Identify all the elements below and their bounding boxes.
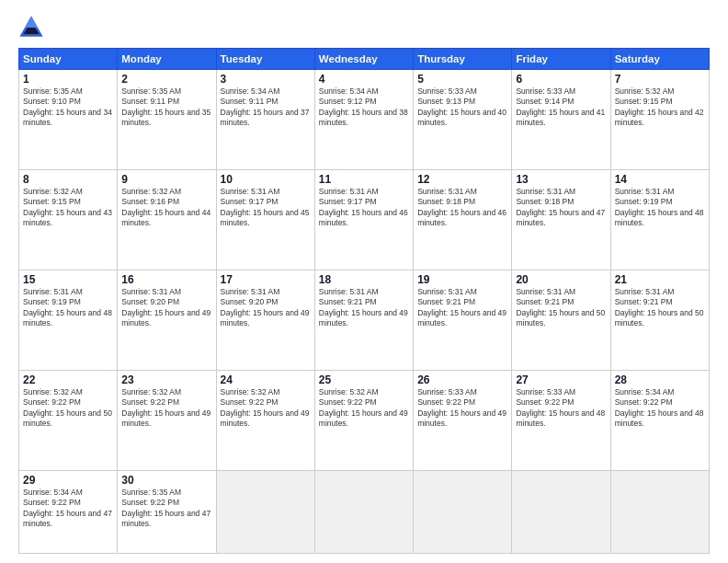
cell-w4-d0: 29Sunrise: 5:34 AMSunset: 9:22 PMDayligh… — [19, 470, 118, 553]
cell-w3-d5: 27Sunrise: 5:33 AMSunset: 9:22 PMDayligh… — [512, 370, 610, 470]
cell-w0-d6: 7Sunrise: 5:32 AMSunset: 9:15 PMDaylight… — [610, 70, 709, 170]
day-info: Sunrise: 5:31 AMSunset: 9:19 PMDaylight:… — [23, 287, 113, 329]
cell-w0-d1: 2Sunrise: 5:35 AMSunset: 9:11 PMDaylight… — [118, 70, 216, 170]
col-friday: Friday — [512, 49, 610, 70]
cell-w1-d1: 9Sunrise: 5:32 AMSunset: 9:16 PMDaylight… — [118, 169, 216, 270]
cell-w0-d5: 6Sunrise: 5:33 AMSunset: 9:14 PMDaylight… — [512, 70, 610, 170]
day-number: 10 — [221, 173, 311, 186]
cell-w3-d6: 28Sunrise: 5:34 AMSunset: 9:22 PMDayligh… — [610, 370, 709, 470]
col-sunday: Sunday — [19, 49, 118, 70]
cell-w2-d6: 21Sunrise: 5:31 AMSunset: 9:21 PMDayligh… — [610, 270, 709, 370]
day-info: Sunrise: 5:32 AMSunset: 9:22 PMDaylight:… — [23, 387, 113, 430]
col-tuesday: Tuesday — [216, 49, 314, 70]
day-number: 2 — [121, 73, 211, 86]
day-info: Sunrise: 5:31 AMSunset: 9:21 PMDaylight:… — [615, 287, 705, 329]
week-row-3: 22Sunrise: 5:32 AMSunset: 9:22 PMDayligh… — [19, 370, 710, 470]
day-number: 14 — [615, 173, 705, 186]
week-row-0: 1Sunrise: 5:35 AMSunset: 9:10 PMDaylight… — [19, 70, 710, 170]
calendar-header-row: SundayMondayTuesdayWednesdayThursdayFrid… — [19, 49, 710, 70]
cell-w2-d5: 20Sunrise: 5:31 AMSunset: 9:21 PMDayligh… — [512, 270, 610, 370]
cell-w2-d1: 16Sunrise: 5:31 AMSunset: 9:20 PMDayligh… — [118, 270, 216, 370]
cell-w3-d2: 24Sunrise: 5:32 AMSunset: 9:22 PMDayligh… — [216, 370, 314, 470]
day-info: Sunrise: 5:31 AMSunset: 9:18 PMDaylight:… — [516, 187, 606, 229]
day-info: Sunrise: 5:35 AMSunset: 9:10 PMDaylight:… — [23, 86, 113, 129]
day-number: 20 — [516, 273, 606, 286]
cell-w3-d3: 25Sunrise: 5:32 AMSunset: 9:22 PMDayligh… — [314, 370, 413, 470]
week-row-4: 29Sunrise: 5:34 AMSunset: 9:22 PMDayligh… — [19, 470, 710, 553]
day-number: 24 — [221, 373, 311, 386]
week-row-1: 8Sunrise: 5:32 AMSunset: 9:15 PMDaylight… — [19, 169, 710, 270]
cell-w4-d1: 30Sunrise: 5:35 AMSunset: 9:22 PMDayligh… — [118, 470, 216, 553]
day-info: Sunrise: 5:34 AMSunset: 9:12 PMDaylight:… — [319, 86, 409, 129]
cell-w1-d3: 11Sunrise: 5:31 AMSunset: 9:17 PMDayligh… — [314, 169, 413, 270]
cell-w0-d4: 5Sunrise: 5:33 AMSunset: 9:13 PMDaylight… — [414, 70, 512, 170]
day-info: Sunrise: 5:31 AMSunset: 9:21 PMDaylight:… — [417, 287, 507, 329]
cell-w2-d2: 17Sunrise: 5:31 AMSunset: 9:20 PMDayligh… — [216, 270, 314, 370]
logo — [18, 15, 48, 40]
header — [18, 15, 710, 40]
cell-w3-d1: 23Sunrise: 5:32 AMSunset: 9:22 PMDayligh… — [118, 370, 216, 470]
day-number: 23 — [121, 373, 211, 386]
page: SundayMondayTuesdayWednesdayThursdayFrid… — [0, 0, 728, 563]
cell-w4-d2 — [216, 470, 314, 553]
day-number: 21 — [615, 273, 705, 286]
day-info: Sunrise: 5:33 AMSunset: 9:14 PMDaylight:… — [516, 86, 606, 129]
day-info: Sunrise: 5:31 AMSunset: 9:18 PMDaylight:… — [417, 187, 507, 229]
day-info: Sunrise: 5:34 AMSunset: 9:22 PMDaylight:… — [23, 488, 113, 530]
day-info: Sunrise: 5:32 AMSunset: 9:22 PMDaylight:… — [221, 387, 311, 430]
day-number: 30 — [121, 474, 211, 487]
cell-w3-d4: 26Sunrise: 5:33 AMSunset: 9:22 PMDayligh… — [414, 370, 512, 470]
cell-w2-d3: 18Sunrise: 5:31 AMSunset: 9:21 PMDayligh… — [314, 270, 413, 370]
cell-w0-d2: 3Sunrise: 5:34 AMSunset: 9:11 PMDaylight… — [216, 70, 314, 170]
day-number: 15 — [23, 273, 113, 286]
cell-w1-d2: 10Sunrise: 5:31 AMSunset: 9:17 PMDayligh… — [216, 169, 314, 270]
day-number: 9 — [121, 173, 211, 186]
col-wednesday: Wednesday — [314, 49, 413, 70]
day-info: Sunrise: 5:31 AMSunset: 9:19 PMDaylight:… — [615, 187, 705, 229]
week-row-2: 15Sunrise: 5:31 AMSunset: 9:19 PMDayligh… — [19, 270, 710, 370]
day-number: 1 — [23, 73, 113, 86]
day-number: 11 — [319, 173, 409, 186]
day-number: 4 — [319, 73, 409, 86]
cell-w0-d0: 1Sunrise: 5:35 AMSunset: 9:10 PMDaylight… — [19, 70, 118, 170]
logo-icon — [18, 15, 44, 40]
cell-w4-d3 — [314, 470, 413, 553]
day-number: 25 — [319, 373, 409, 386]
day-info: Sunrise: 5:33 AMSunset: 9:13 PMDaylight:… — [417, 86, 507, 129]
cell-w1-d5: 13Sunrise: 5:31 AMSunset: 9:18 PMDayligh… — [512, 169, 610, 270]
day-info: Sunrise: 5:34 AMSunset: 9:22 PMDaylight:… — [615, 387, 705, 430]
day-number: 8 — [23, 173, 113, 186]
day-number: 22 — [23, 373, 113, 386]
day-number: 7 — [615, 73, 705, 86]
day-info: Sunrise: 5:35 AMSunset: 9:22 PMDaylight:… — [121, 488, 211, 530]
calendar-body: 1Sunrise: 5:35 AMSunset: 9:10 PMDaylight… — [19, 70, 710, 554]
day-number: 16 — [121, 273, 211, 286]
day-info: Sunrise: 5:32 AMSunset: 9:22 PMDaylight:… — [121, 387, 211, 430]
day-number: 18 — [319, 273, 409, 286]
col-saturday: Saturday — [610, 49, 709, 70]
day-number: 17 — [221, 273, 311, 286]
day-number: 29 — [23, 474, 113, 487]
day-number: 28 — [615, 373, 705, 386]
day-number: 19 — [417, 273, 507, 286]
day-number: 27 — [516, 373, 606, 386]
day-info: Sunrise: 5:31 AMSunset: 9:17 PMDaylight:… — [221, 187, 311, 229]
day-info: Sunrise: 5:31 AMSunset: 9:17 PMDaylight:… — [319, 187, 409, 229]
calendar-table: SundayMondayTuesdayWednesdayThursdayFrid… — [18, 48, 710, 554]
col-monday: Monday — [118, 49, 216, 70]
cell-w2-d0: 15Sunrise: 5:31 AMSunset: 9:19 PMDayligh… — [19, 270, 118, 370]
day-number: 5 — [417, 73, 507, 86]
day-number: 3 — [221, 73, 311, 86]
cell-w2-d4: 19Sunrise: 5:31 AMSunset: 9:21 PMDayligh… — [414, 270, 512, 370]
day-info: Sunrise: 5:32 AMSunset: 9:15 PMDaylight:… — [23, 187, 113, 229]
day-number: 13 — [516, 173, 606, 186]
cell-w1-d0: 8Sunrise: 5:32 AMSunset: 9:15 PMDaylight… — [19, 169, 118, 270]
day-info: Sunrise: 5:31 AMSunset: 9:20 PMDaylight:… — [121, 287, 211, 329]
cell-w4-d6 — [610, 470, 709, 553]
day-number: 6 — [516, 73, 606, 86]
svg-marker-2 — [25, 16, 38, 28]
day-info: Sunrise: 5:31 AMSunset: 9:21 PMDaylight:… — [319, 287, 409, 329]
cell-w1-d6: 14Sunrise: 5:31 AMSunset: 9:19 PMDayligh… — [610, 169, 709, 270]
day-number: 12 — [417, 173, 507, 186]
day-info: Sunrise: 5:31 AMSunset: 9:21 PMDaylight:… — [516, 287, 606, 329]
